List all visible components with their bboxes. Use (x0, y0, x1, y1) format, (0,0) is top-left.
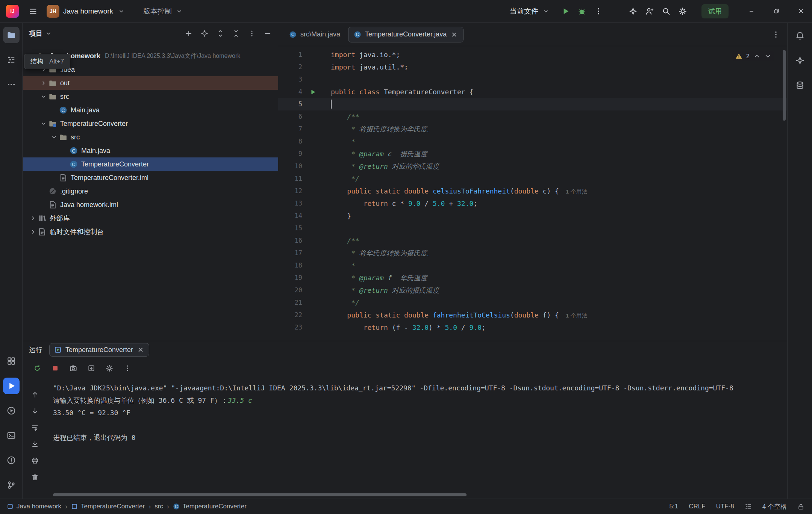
code-with-me-icon[interactable] (643, 5, 656, 18)
close-tab-icon[interactable] (137, 346, 144, 354)
code-line-19[interactable]: 19 * @param f 华氏温度 (278, 272, 787, 284)
tree-item-main-java[interactable]: CMain.java (23, 144, 278, 157)
code-line-8[interactable]: 8 * (278, 135, 787, 148)
trial-badge[interactable]: 试用 (701, 4, 729, 18)
vcs-widget[interactable]: 版本控制 (140, 5, 187, 18)
profiler-tool-button[interactable] (3, 402, 20, 419)
tree-item-temperatureconverter[interactable]: TemperatureConverter (23, 117, 278, 130)
more-tools-tool-button[interactable] (3, 76, 20, 93)
minimize-button[interactable] (741, 0, 762, 22)
more-button[interactable] (246, 27, 258, 39)
rerun-button[interactable] (31, 362, 43, 374)
run-button[interactable] (559, 5, 572, 18)
chevron-right-icon[interactable] (28, 228, 38, 236)
breadcrumb-item-temperatureconverter[interactable]: CTemperatureConverter (173, 503, 247, 510)
run-tool-button[interactable] (3, 378, 20, 394)
print-button[interactable] (29, 455, 41, 467)
code-line-17[interactable]: 17 * 将华氏度转换为摄氏度。 (278, 247, 787, 259)
services-tool-button[interactable] (3, 353, 20, 369)
project-widget[interactable]: JH Java homework (44, 3, 129, 19)
soft-wrap-button[interactable] (29, 422, 41, 434)
prev-problem-icon[interactable] (753, 53, 760, 60)
file-encoding[interactable]: UTF-8 (716, 503, 734, 510)
tree-item-item[interactable]: 外部库 (23, 212, 278, 225)
database-icon[interactable] (792, 77, 808, 94)
terminal-tool-button[interactable] (3, 427, 20, 444)
settings-icon[interactable] (676, 5, 689, 18)
tree-item-out[interactable]: out (23, 76, 278, 90)
run-tab[interactable]: TemperatureConverter (49, 343, 149, 357)
maximize-button[interactable] (765, 0, 787, 22)
tree-item-java-homework-iml[interactable]: Java homework.iml (23, 198, 278, 212)
expand-all-button[interactable] (214, 27, 226, 39)
code-line-2[interactable]: 2import java.util.*; (278, 61, 787, 73)
code-line-11[interactable]: 11 */ (278, 172, 787, 185)
code-line-18[interactable]: 18 * (278, 259, 787, 272)
app-logo-icon[interactable]: IJ (6, 5, 19, 18)
editor-scrollbar[interactable] (783, 50, 786, 121)
caret-position[interactable]: 5:1 (670, 503, 679, 510)
tree-item-gitignore[interactable]: .gitignore (23, 184, 278, 198)
structure-tool-button[interactable] (3, 51, 20, 68)
chevron-down-icon[interactable] (49, 133, 59, 141)
export-button[interactable] (85, 362, 97, 374)
code-line-20[interactable]: 20 * @return 对应的摄氏温度 (278, 284, 787, 296)
code-line-7[interactable]: 7 * 将摄氏度转换为华氏度。 (278, 123, 787, 135)
breadcrumb-item-temperatureconverter[interactable]: TemperatureConverter (71, 503, 145, 510)
code-line-9[interactable]: 9 * @param c 摄氏温度 (278, 148, 787, 160)
ai-assistant-icon[interactable] (792, 52, 808, 69)
code-line-12[interactable]: 12 public static double celsiusToFahrenh… (278, 185, 787, 197)
code-line-3[interactable]: 3 (278, 73, 787, 86)
code-line-1[interactable]: 1import java.io.*; (278, 48, 787, 61)
version-control-tool-button[interactable] (3, 477, 20, 493)
clear-button[interactable] (29, 471, 41, 483)
tab-options-icon[interactable] (769, 28, 783, 41)
scroll-to-end-button[interactable] (29, 438, 41, 450)
code-line-22[interactable]: 22 public static double fahrenheitToCels… (278, 309, 787, 321)
locate-button[interactable] (198, 27, 211, 39)
run-panel-title[interactable]: 运行 (29, 345, 42, 354)
tree-item-temperatureconverter-iml[interactable]: TemperatureConverter.iml (23, 171, 278, 184)
collapse-all-button[interactable] (230, 27, 242, 39)
search-everywhere-icon[interactable] (659, 5, 673, 18)
more-button[interactable] (121, 362, 133, 374)
prev-occurrence-button[interactable] (29, 389, 41, 401)
next-problem-icon[interactable] (764, 53, 771, 60)
close-button[interactable] (790, 0, 812, 22)
chevron-right-icon[interactable] (39, 79, 48, 87)
hide-button[interactable] (262, 27, 274, 39)
code-line-15[interactable]: 15 (278, 222, 787, 234)
debug-button[interactable] (575, 5, 589, 18)
notifications-icon[interactable] (792, 27, 808, 44)
inspections-widget[interactable]: 2 (732, 51, 774, 61)
editor-tab-src-main-java[interactable]: Csrc\Main.java (283, 27, 346, 42)
thread-dump-button[interactable] (67, 362, 79, 374)
code-line-10[interactable]: 10 * @return 对应的华氏温度 (278, 160, 787, 172)
add-button[interactable] (183, 27, 195, 39)
code-line-5[interactable]: 5 (278, 98, 787, 110)
breadcrumb-item-java-homework[interactable]: Java homework (7, 503, 61, 510)
problems-tool-button[interactable] (3, 452, 20, 469)
chevron-down-icon[interactable] (39, 92, 48, 101)
lock-icon[interactable] (797, 503, 804, 510)
tree-item-src[interactable]: src (23, 90, 278, 103)
ai-assistant-icon[interactable] (626, 5, 640, 18)
project-tool-button[interactable] (3, 27, 20, 43)
code-line-23[interactable]: 23 return (f - 32.0) * 5.0 / 9.0; (278, 321, 787, 334)
code-line-13[interactable]: 13 return c * 9.0 / 5.0 + 32.0; (278, 197, 787, 210)
main-menu-icon[interactable] (26, 5, 40, 18)
code-line-16[interactable]: 16 /** (278, 234, 787, 247)
line-separator[interactable]: CRLF (689, 503, 705, 510)
tree-item-main-java[interactable]: CMain.java (23, 103, 278, 117)
code-line-21[interactable]: 21 */ (278, 296, 787, 309)
settings-button[interactable] (103, 362, 115, 374)
stop-button[interactable] (49, 362, 61, 374)
console-output[interactable]: "D:\Java JDK25\bin\java.exe" "-javaagent… (47, 378, 787, 499)
tree-item-src[interactable]: src (23, 130, 278, 144)
run-configuration-widget[interactable]: 当前文件 (510, 6, 550, 16)
editor-tab-temperatureconverter-java[interactable]: CTemperatureConverter.java (348, 27, 464, 42)
code-line-4[interactable]: 4public class TemperatureConverter { (278, 86, 787, 98)
code-area[interactable]: 1import java.io.*;2import java.util.*;34… (278, 46, 787, 334)
project-panel-title[interactable]: 项目 (29, 29, 42, 38)
next-occurrence-button[interactable] (29, 405, 41, 417)
